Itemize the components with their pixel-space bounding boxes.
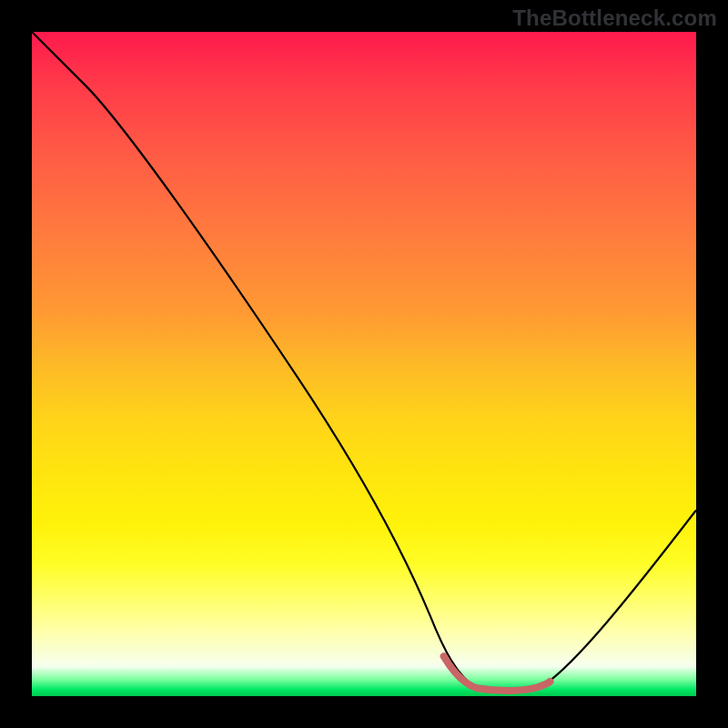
- chart-frame: TheBottleneck.com: [0, 0, 728, 728]
- watermark-text: TheBottleneck.com: [512, 5, 717, 31]
- highlight-segment: [444, 656, 551, 691]
- curve-layer: [32, 32, 696, 696]
- main-curve: [32, 32, 696, 691]
- plot-area: [32, 32, 696, 696]
